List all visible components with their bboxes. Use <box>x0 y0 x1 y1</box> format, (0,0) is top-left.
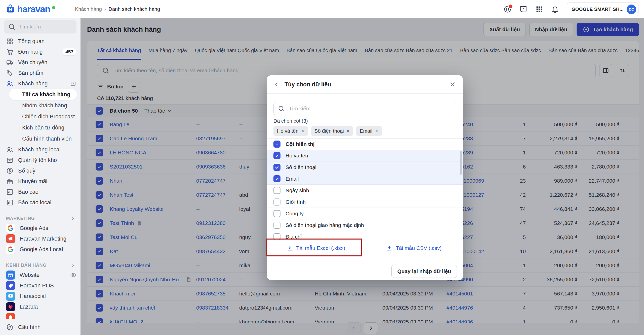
sidebar-item-haravan-pos[interactable]: Haravan POS <box>0 280 80 291</box>
sidebar-item-settings[interactable]: Cấu hình <box>0 319 80 335</box>
sidebar-item-on-hang[interactable]: Đơn hàng457 <box>0 47 80 57</box>
sidebar-item-bao-cao-local[interactable]: Báo cáo local <box>0 197 80 208</box>
sidebar-item-khach-hang-local[interactable]: Khách hàng local <box>0 144 80 155</box>
sidebar-item-tong-quan[interactable]: Tổng quan <box>0 36 80 47</box>
modal-footer: Quay lại nhập dữ liệu <box>267 262 463 280</box>
remove-chip-icon[interactable]: × <box>375 128 378 134</box>
notification-dot <box>508 4 513 9</box>
sidebar-item-google-ads[interactable]: Google Ads <box>0 223 80 233</box>
sidebar-subitem-chien-dich-broadcast[interactable]: Chiến dịch Broadcast <box>9 111 77 122</box>
google-app-icon <box>6 245 15 254</box>
column-checkbox[interactable] <box>273 198 280 206</box>
chart-icon <box>6 199 14 206</box>
data-options-modal: Tùy chọn dữ liệu Đã chọn cột (3) Họ và t… <box>267 75 463 280</box>
breadcrumb-parent[interactable]: Khách hàng <box>75 6 102 12</box>
modal-title: Tùy chọn dữ liệu <box>285 81 331 88</box>
selected-column-chip: Email× <box>356 126 382 136</box>
topbar-actions: GOOGLE SMART SH... DC <box>503 3 644 16</box>
haravan-logo[interactable]: haravan <box>0 4 75 15</box>
account-switcher-button[interactable]: GOOGLE SMART SH... DC <box>567 3 638 16</box>
account-label: GOOGLE SMART SH... <box>572 7 624 12</box>
modal-list-scrollbar[interactable] <box>460 151 462 175</box>
column-option-ngay-sinh[interactable]: Ngày sinh <box>267 185 463 196</box>
sidebar-item-label: Cấu hình <box>18 324 41 330</box>
column-option-cong-ty[interactable]: Công ty <box>267 208 463 219</box>
message-alert-icon[interactable] <box>519 5 528 13</box>
column-option-so-ien-thoai-giao-hang-mac-inh[interactable]: Số điện thoại giao hàng mặc định <box>267 219 463 231</box>
column-checkbox[interactable] <box>273 233 280 240</box>
column-checkbox[interactable] <box>273 152 280 159</box>
sidebar-item-haravan-marketing[interactable]: Haravan Marketing <box>0 233 80 244</box>
inventory-icon <box>6 156 14 164</box>
toggle-all-columns-checkbox[interactable] <box>273 141 280 148</box>
remove-chip-icon[interactable]: × <box>346 128 350 134</box>
external-link-icon[interactable] <box>70 80 76 87</box>
modal-back-icon[interactable] <box>273 81 280 88</box>
sidebar-item-lazada[interactable]: Lazada <box>0 302 80 312</box>
download-excel-template-button[interactable]: Tải mẫu Excel (.xlsx) <box>267 240 365 256</box>
sidebar-search[interactable]: Ctrl K <box>4 20 76 34</box>
lazada-app-icon <box>6 302 15 311</box>
column-option-gioi-tinh[interactable]: Giới tính <box>267 196 463 208</box>
selected-columns-label: Đã chọn cột (3) <box>273 118 308 124</box>
harasocial-app-icon <box>6 292 15 301</box>
column-checkbox[interactable] <box>273 164 280 171</box>
sidebar-subitem-cau-hinh-thanh-vien[interactable]: Cấu hình thành viên <box>9 133 77 144</box>
back-to-import-button[interactable]: Quay lại nhập dữ liệu <box>391 265 457 278</box>
sidebar-item-khach-hang[interactable]: Khách hàng <box>0 78 80 89</box>
column-checkbox[interactable] <box>273 187 280 194</box>
breadcrumb-separator: › <box>104 6 106 12</box>
apps-grid-icon[interactable] <box>535 5 543 13</box>
modal-search-input[interactable] <box>288 105 452 112</box>
sync-icon[interactable] <box>503 5 512 13</box>
breadcrumb-current: Danh sách khách hàng <box>108 6 160 12</box>
column-checkbox[interactable] <box>273 175 280 182</box>
selected-column-chip: Họ và tên× <box>273 126 308 136</box>
gear-icon <box>6 323 14 331</box>
modal-search[interactable] <box>273 102 456 115</box>
sidebar-item-so-quy[interactable]: Số quỹ <box>0 165 80 176</box>
grid-icon <box>6 38 14 45</box>
sidebar-item-van-chuyen[interactable]: Vận chuyển <box>0 57 80 68</box>
bell-icon[interactable] <box>551 5 559 13</box>
sidebar-subitem-tat-ca-khach-hang[interactable]: Tất cả khách hàng <box>9 89 77 100</box>
tag-icon <box>6 69 14 77</box>
download-csv-template-button[interactable]: Tải mẫu CSV (.csv) <box>365 240 463 256</box>
selected-column-chip: Số điện thoại× <box>311 126 353 136</box>
sidebar-item-quan-ly-ton-kho[interactable]: Quản lý tồn kho <box>0 155 80 165</box>
chevron-right-icon[interactable] <box>69 216 76 221</box>
close-icon[interactable] <box>449 81 456 88</box>
column-checkbox[interactable] <box>273 210 280 217</box>
haravan-bag-icon <box>6 4 16 14</box>
sidebar-item-san-pham[interactable]: Sản phẩm <box>0 68 80 78</box>
eye-icon[interactable] <box>70 272 76 278</box>
sidebar-search-input[interactable] <box>19 23 80 30</box>
sidebar-item-harasocial[interactable]: Harasocial <box>0 291 80 302</box>
sidebar-item-khuyen-mai[interactable]: Khuyến mãi <box>0 176 80 187</box>
search-icon <box>278 105 285 112</box>
sidebar: Ctrl K Tổng quanĐơn hàng457Vận chuyểnSản… <box>0 18 80 335</box>
download-icon <box>287 245 293 251</box>
chevron-right-icon[interactable] <box>69 262 76 268</box>
sidebar-item-website[interactable]: Website <box>0 270 80 280</box>
sidebar-scroll: Ctrl K Tổng quanĐơn hàng457Vận chuyểnSản… <box>0 18 80 319</box>
orders-count-badge: 457 <box>62 48 76 55</box>
chart-icon <box>6 188 14 196</box>
download-icon <box>386 245 393 251</box>
sidebar-item-google-ads-local[interactable]: Google Ads Local <box>0 244 80 255</box>
sidebar-item-shopee-partial[interactable] <box>0 312 80 319</box>
column-option-ia-chi[interactable]: Địa chỉ <box>267 231 463 240</box>
columns-list-header[interactable]: Cột hiển thị <box>267 139 463 150</box>
sidebar-subitem-nhom-khach-hang[interactable]: Nhóm khách hàng <box>9 100 77 111</box>
logo-text: haravan <box>17 4 50 15</box>
column-option-ho-va-ten[interactable]: Họ và tên <box>267 150 463 161</box>
template-download-row: Tải mẫu Excel (.xlsx) Tải mẫu CSV (.csv) <box>267 240 463 256</box>
sidebar-subitem-kich-ban-tu-ong[interactable]: Kịch bản tự động <box>9 122 77 133</box>
column-option-email[interactable]: Email <box>267 173 463 185</box>
column-checkbox[interactable] <box>273 222 280 229</box>
top-bar: haravan Khách hàng › Danh sách khách hàn… <box>0 0 644 18</box>
remove-chip-icon[interactable]: × <box>301 128 304 134</box>
sidebar-item-bao-cao[interactable]: Báo cáo <box>0 187 80 197</box>
truck-icon <box>6 59 14 66</box>
column-option-so-ien-thoai[interactable]: Số điện thoại <box>267 161 463 173</box>
